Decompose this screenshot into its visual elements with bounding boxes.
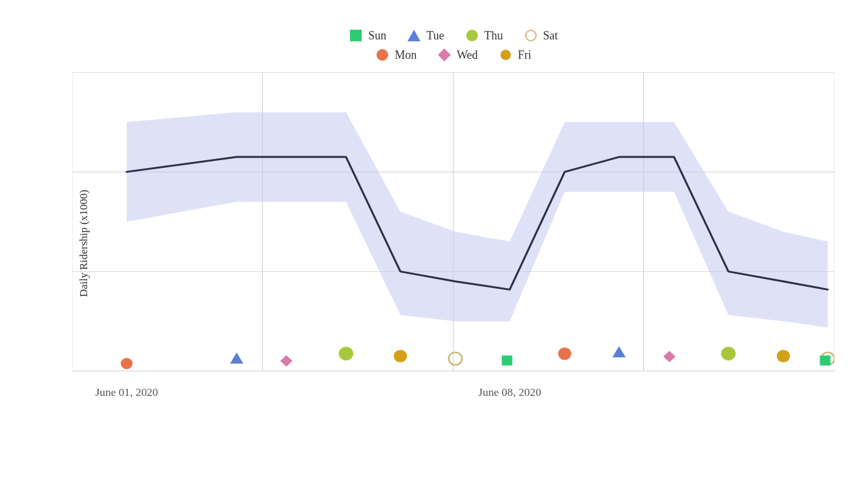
chart-container: Sun Tue Thu Sat — [21, 16, 847, 480]
legend-label-mon: Mon — [395, 48, 417, 62]
legend-item-wed: Wed — [437, 48, 478, 62]
legend-item-sun: Sun — [349, 28, 386, 43]
legend-item-fri: Fri — [499, 48, 532, 62]
legend-item-mon: Mon — [375, 48, 417, 62]
svg-rect-22 — [502, 355, 512, 365]
legend-label-fri: Fri — [518, 48, 532, 62]
fri-icon — [499, 48, 513, 62]
svg-point-20 — [394, 350, 408, 362]
svg-text:June 08, 2020: June 08, 2020 — [479, 387, 541, 398]
legend-label-sun: Sun — [368, 29, 386, 43]
thu-icon — [465, 28, 479, 43]
legend-item-sat: Sat — [524, 28, 558, 43]
mon-icon — [375, 48, 389, 62]
legend-label-tue: Tue — [426, 29, 444, 43]
svg-point-26 — [721, 347, 736, 360]
legend-label-sat: Sat — [543, 29, 558, 43]
svg-point-23 — [558, 347, 572, 360]
y-axis-label: Daily Ridership (x1000) — [78, 190, 90, 297]
legend: Sun Tue Thu Sat — [72, 28, 834, 62]
legend-row-1: Sun Tue Thu Sat — [349, 28, 557, 43]
legend-item-tue: Tue — [407, 28, 444, 43]
svg-point-16 — [121, 358, 132, 369]
tue-icon — [407, 28, 421, 43]
chart-plot-area: Daily Ridership (x1000) — [72, 72, 834, 415]
svg-text:June 01, 2020: June 01, 2020 — [95, 387, 158, 398]
wed-icon — [437, 48, 451, 62]
svg-point-27 — [777, 350, 790, 362]
sat-icon — [524, 28, 538, 43]
sun-icon — [349, 28, 363, 43]
legend-row-2: Mon Wed Fri — [375, 48, 532, 62]
chart-svg: 0 10 20 June 01, 2020 June 08, 2020 — [72, 72, 834, 415]
legend-item-thu: Thu — [465, 28, 503, 43]
svg-rect-29 — [820, 355, 830, 365]
legend-label-thu: Thu — [484, 29, 503, 43]
legend-label-wed: Wed — [457, 48, 478, 62]
svg-point-19 — [338, 347, 353, 360]
